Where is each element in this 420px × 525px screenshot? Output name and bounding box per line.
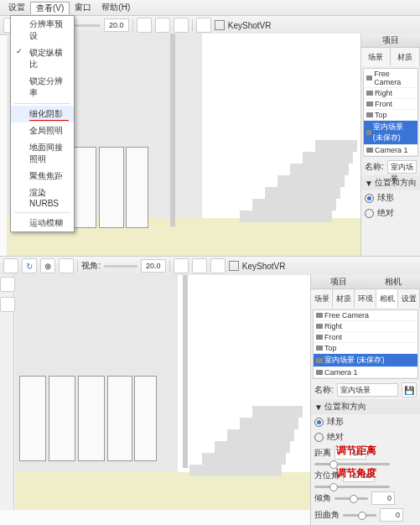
toolbar-button[interactable] — [174, 258, 189, 273]
focal-value[interactable]: 20.0 — [104, 18, 129, 32]
list-item[interactable]: Right — [314, 321, 417, 332]
toolbar-button[interactable] — [196, 18, 211, 33]
tab-material[interactable]: 材质 — [391, 48, 420, 66]
azimuth-slider[interactable] — [314, 486, 390, 488]
list-item[interactable]: Front — [364, 99, 417, 110]
name-label: 名称: — [314, 384, 334, 396]
incline-label: 倾角 — [314, 492, 331, 504]
name-label: 名称: — [365, 161, 384, 173]
radio-label: 球形 — [377, 192, 394, 204]
project-panel-top: 项目 场景 材质 Free Camera Right Front Top 室内场… — [360, 34, 420, 256]
keyshotvr-label: KeyShotVR — [242, 262, 286, 271]
toolbar-bottom: ↻ ⊕ 视角: 20.0 KeyShotVR — [0, 257, 420, 276]
tab-settings[interactable]: 设置 — [398, 289, 420, 308]
tab-scene[interactable]: 场景 — [311, 289, 333, 308]
tab-material[interactable]: 材质 — [333, 289, 355, 308]
camera-icon — [316, 313, 323, 318]
menu-lock-resolution[interactable]: 锁定分辨率 — [11, 73, 74, 101]
list-item[interactable]: 室内场景 (未保存) — [314, 354, 417, 367]
camera-list: Free Camera Right Front Top 室内场景 (未保存) C… — [313, 309, 418, 379]
save-icon[interactable]: 💾 — [402, 382, 417, 398]
panel-title: 项目 — [311, 275, 366, 288]
camera-icon — [366, 75, 372, 81]
radio-absolute[interactable] — [314, 433, 324, 442]
check-icon: ✓ — [16, 47, 23, 55]
camera-icon — [316, 335, 323, 340]
name-field[interactable]: 室内场景 — [337, 383, 398, 397]
keyshotvr-checkbox[interactable] — [229, 261, 239, 271]
toolbar-button[interactable] — [137, 18, 152, 33]
toolbar-button[interactable] — [192, 258, 207, 273]
camera-icon — [316, 324, 323, 329]
incline-slider[interactable] — [334, 497, 368, 500]
tab-scene[interactable]: 场景 — [361, 48, 391, 66]
distance-label: 距离 — [314, 447, 331, 459]
camera-icon — [316, 358, 323, 363]
tab-camera[interactable]: 相机 — [376, 289, 398, 308]
separator — [14, 103, 70, 104]
menu-lock-aspect[interactable]: ✓锁定纵横比 — [11, 44, 74, 73]
tab-environment[interactable]: 环境 — [355, 289, 376, 308]
menu-view[interactable]: 查看(V) — [30, 2, 70, 14]
list-item[interactable]: Right — [364, 88, 417, 99]
panel-title: 项目 — [361, 34, 420, 48]
menu-focus-distance[interactable]: 聚焦焦距 — [11, 168, 74, 185]
keyshotvr-label: KeyShotVR — [228, 21, 272, 30]
separator — [132, 19, 133, 31]
radio-spherical[interactable] — [365, 194, 374, 203]
left-toolstrip — [0, 275, 14, 510]
menu-resolution-preset[interactable]: 分辨率预设 — [11, 16, 74, 44]
view-angle-value[interactable]: 20.0 — [141, 259, 166, 273]
camera-icon — [366, 112, 373, 117]
menu-render-nurbs[interactable]: 渲染 NURBS — [11, 185, 74, 211]
toolbar-button[interactable] — [174, 18, 189, 33]
list-item[interactable]: Camera 1 — [314, 367, 417, 378]
toolbar-button[interactable] — [3, 258, 18, 273]
name-field[interactable]: 室内场景 — [387, 160, 417, 174]
list-item[interactable]: Free Camera — [364, 69, 417, 88]
list-item[interactable]: Top — [314, 343, 417, 354]
separator — [192, 19, 193, 31]
toolbar-button[interactable]: ⊕ — [40, 258, 55, 273]
radio-label: 绝对 — [327, 431, 344, 443]
list-item[interactable]: Free Camera — [314, 310, 417, 321]
position-section[interactable]: ▼ 位置和方向 — [361, 175, 420, 190]
list-item[interactable]: Top — [364, 110, 417, 121]
incline-field[interactable]: 0 — [371, 491, 395, 505]
separator — [77, 260, 78, 272]
position-section[interactable]: ▼ 位置和方向 — [311, 399, 420, 414]
toolbar-button[interactable] — [210, 258, 226, 273]
twist-slider[interactable] — [343, 514, 376, 517]
tool-button[interactable] — [0, 277, 15, 292]
list-item[interactable]: Front — [314, 332, 417, 343]
camera-list: Free Camera Right Front Top 室内场景 (未保存) C… — [363, 68, 418, 157]
list-item[interactable]: 室内场景 (未保存) — [364, 121, 417, 145]
menu-global-illum[interactable]: 全局照明 — [11, 122, 74, 139]
panel-title-camera: 相机 — [366, 275, 420, 288]
toolbar-button[interactable] — [59, 258, 74, 273]
list-item[interactable]: Camera 1 — [364, 145, 417, 156]
radio-absolute[interactable] — [365, 209, 374, 218]
menu-help[interactable]: 帮助(H) — [96, 2, 135, 13]
separator — [169, 260, 170, 272]
distance-slider[interactable] — [314, 463, 390, 465]
camera-icon — [366, 130, 371, 135]
camera-icon — [366, 148, 373, 153]
project-panel-bottom: 项目相机 场景 材质 环境 相机 设置 Free Camera Right Fr… — [310, 275, 420, 525]
radio-spherical[interactable] — [314, 418, 324, 427]
camera-icon — [316, 370, 323, 375]
menu-window[interactable]: 窗口 — [70, 2, 96, 13]
menu-ground-illum[interactable]: 地面间接照明 — [11, 139, 74, 168]
view-angle-label: 视角: — [81, 260, 101, 272]
radio-label: 绝对 — [377, 207, 394, 219]
tool-button[interactable] — [0, 297, 15, 312]
twist-field[interactable]: 0 — [380, 508, 403, 522]
menu-settings[interactable]: 设置 — [3, 2, 30, 13]
toolbar-button[interactable] — [155, 18, 170, 33]
viewport-bottom[interactable] — [15, 275, 311, 510]
keyshotvr-checkbox[interactable] — [215, 20, 225, 30]
menu-motion-blur[interactable]: 运动模糊 — [11, 215, 74, 231]
menu-refine-shadows[interactable]: 细化阴影 — [11, 106, 74, 122]
view-angle-slider[interactable] — [104, 265, 137, 268]
toolbar-button[interactable]: ↻ — [22, 258, 37, 273]
